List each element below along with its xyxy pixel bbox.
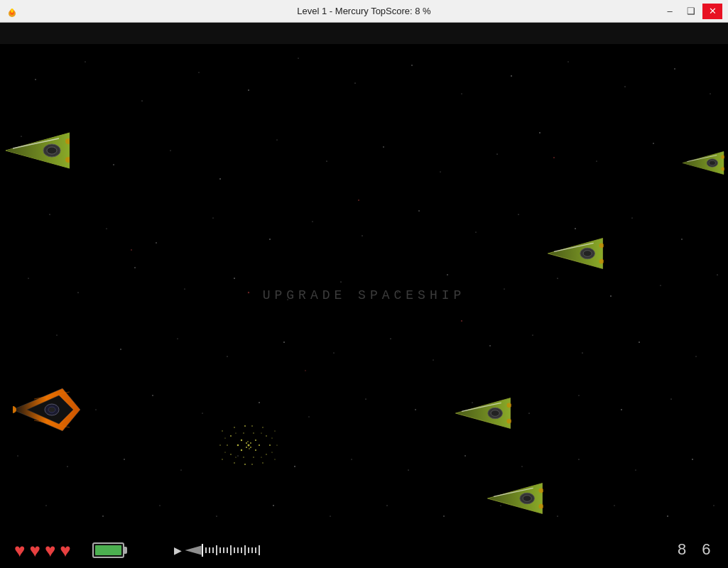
svg-point-196 [250, 447, 251, 448]
svg-point-6 [199, 72, 200, 73]
svg-point-111 [461, 320, 462, 322]
svg-point-74 [259, 402, 260, 403]
svg-point-31 [107, 229, 107, 229]
weapon-ticks [202, 544, 444, 557]
svg-point-63 [390, 338, 391, 339]
svg-point-191 [235, 457, 236, 457]
svg-point-151 [13, 406, 16, 413]
svg-point-43 [28, 278, 29, 279]
svg-point-84 [67, 466, 67, 466]
svg-point-30 [49, 214, 50, 214]
svg-point-90 [408, 469, 408, 470]
svg-point-173 [234, 427, 235, 428]
svg-point-16 [710, 94, 711, 94]
tick-12 [244, 545, 246, 555]
weapon-ship-icon [185, 544, 202, 557]
tick-14 [251, 547, 253, 553]
svg-point-183 [224, 452, 225, 452]
svg-point-62 [334, 353, 335, 354]
svg-point-66 [533, 335, 533, 336]
svg-point-156 [255, 439, 256, 441]
tick-8 [230, 545, 232, 555]
tick-1 [205, 547, 207, 553]
svg-point-89 [352, 459, 352, 460]
svg-point-88 [294, 466, 295, 467]
player-ship [13, 385, 80, 437]
svg-point-79 [528, 413, 529, 413]
svg-point-40 [575, 228, 576, 229]
svg-point-100 [273, 505, 274, 506]
svg-point-158 [259, 444, 260, 446]
svg-point-11 [462, 94, 462, 94]
svg-point-80 [579, 395, 580, 396]
svg-point-134 [599, 259, 604, 264]
svg-point-193 [246, 442, 247, 444]
svg-point-133 [599, 243, 604, 248]
app-icon [6, 5, 18, 18]
enemy-ship-4 [455, 392, 511, 437]
svg-point-169 [219, 444, 220, 445]
svg-point-56 [717, 274, 717, 275]
svg-point-67 [582, 352, 582, 353]
svg-point-182 [271, 437, 272, 438]
svg-point-2 [11, 9, 13, 13]
svg-point-187 [243, 457, 244, 457]
svg-point-178 [251, 425, 253, 427]
enemy-ship-1 [6, 126, 70, 178]
svg-point-51 [447, 274, 447, 275]
svg-point-138 [491, 410, 499, 417]
tick-11 [241, 547, 242, 553]
svg-point-144 [523, 496, 531, 502]
svg-point-132 [583, 251, 592, 257]
svg-point-108 [714, 506, 715, 506]
restore-button[interactable]: ❑ [681, 4, 701, 19]
game-area[interactable]: UPGRADE SPACESHIP [0, 23, 728, 568]
svg-point-72 [152, 395, 153, 395]
tick-6 [223, 547, 224, 553]
svg-point-171 [222, 459, 222, 459]
svg-point-166 [266, 454, 266, 454]
svg-point-5 [141, 100, 142, 101]
svg-point-97 [102, 515, 103, 516]
svg-point-113 [553, 157, 555, 158]
battery-fill [95, 545, 121, 555]
svg-point-34 [269, 239, 271, 240]
svg-point-172 [274, 459, 275, 459]
battery-indicator [92, 542, 124, 558]
svg-point-105 [557, 515, 558, 516]
svg-point-165 [230, 454, 232, 455]
svg-point-10 [411, 65, 412, 65]
svg-point-168 [274, 430, 275, 431]
svg-point-82 [670, 398, 671, 399]
svg-point-99 [216, 515, 217, 516]
svg-point-27 [597, 161, 597, 162]
svg-point-64 [433, 360, 434, 361]
svg-point-157 [237, 444, 239, 447]
svg-marker-199 [185, 546, 201, 555]
svg-point-188 [253, 457, 254, 457]
svg-point-38 [476, 232, 477, 233]
svg-point-15 [674, 68, 675, 69]
svg-point-36 [362, 235, 362, 236]
svg-point-176 [262, 462, 263, 463]
svg-point-4 [85, 62, 86, 62]
heart-3: ♥ [45, 541, 55, 559]
svg-point-19 [170, 151, 171, 151]
health-hearts: ♥ ♥ ♥ ♥ [14, 541, 71, 559]
svg-point-190 [261, 432, 261, 433]
svg-point-146 [538, 504, 543, 509]
svg-point-3 [35, 79, 36, 80]
svg-point-170 [276, 444, 277, 445]
svg-point-53 [557, 278, 558, 278]
svg-point-9 [354, 82, 355, 83]
close-button[interactable]: ✕ [702, 4, 722, 19]
svg-point-83 [18, 456, 18, 457]
top-overlay [0, 23, 728, 44]
tick-15 [255, 547, 256, 553]
weapon-bar: ▶ [174, 544, 444, 557]
game-message: UPGRADE SPACESHIP [263, 288, 466, 302]
svg-point-35 [313, 222, 313, 222]
svg-point-61 [283, 342, 285, 343]
minimize-button[interactable]: – [660, 4, 680, 19]
svg-point-194 [250, 442, 251, 444]
